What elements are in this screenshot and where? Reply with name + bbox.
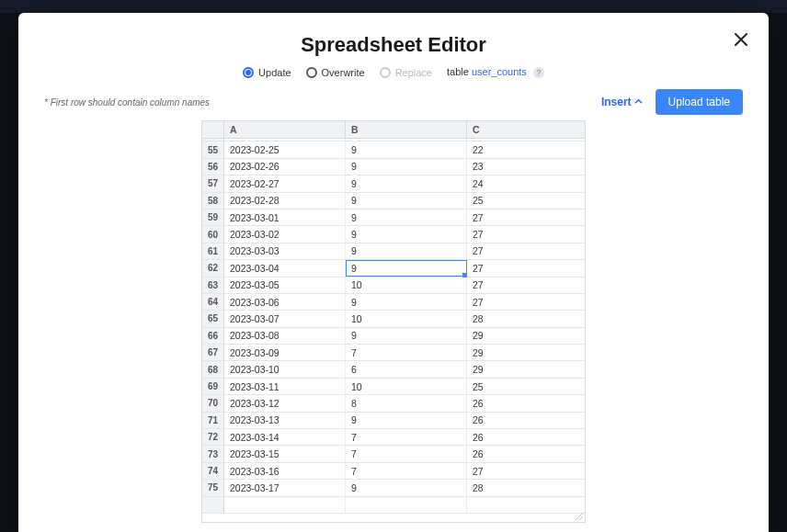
table-name-link[interactable]: user_counts <box>472 66 527 77</box>
cell[interactable]: 2023-03-01 <box>224 209 346 225</box>
column-header-a[interactable]: A <box>224 121 346 138</box>
cell[interactable]: 7 <box>346 429 467 445</box>
cell[interactable]: 9 <box>346 209 467 225</box>
cell[interactable]: 9 <box>346 294 467 310</box>
cell[interactable]: 23 <box>467 159 585 175</box>
cell[interactable]: 2023-03-17 <box>224 480 346 495</box>
cell[interactable]: 9 <box>346 243 467 259</box>
row-number[interactable]: 60 <box>202 226 224 242</box>
resize-handle[interactable] <box>574 511 583 520</box>
cell[interactable]: 26 <box>467 413 585 428</box>
cell[interactable]: 2023-03-09 <box>224 345 346 360</box>
row-number[interactable]: 58 <box>202 193 224 209</box>
row-number[interactable]: 55 <box>202 141 224 157</box>
cell[interactable]: 29 <box>467 361 585 377</box>
cell[interactable]: 22 <box>467 141 585 157</box>
cell[interactable]: 9 <box>346 141 467 157</box>
cell[interactable]: 29 <box>467 345 585 360</box>
cell[interactable]: 2023-03-06 <box>224 294 346 310</box>
cell[interactable]: 2023-03-05 <box>224 277 346 293</box>
cell[interactable]: 10 <box>346 277 467 293</box>
row-number[interactable]: 59 <box>202 209 224 225</box>
row-number[interactable]: 68 <box>202 361 224 377</box>
cell[interactable]: 25 <box>467 379 585 394</box>
cell[interactable] <box>467 497 585 513</box>
spreadsheet[interactable]: A B C 542023-02-24621552023-02-259225620… <box>201 120 586 523</box>
cell[interactable]: 2023-03-16 <box>224 463 346 479</box>
row-number[interactable]: 70 <box>202 395 224 411</box>
cell[interactable]: 9 <box>346 480 467 495</box>
cell[interactable]: 2023-03-15 <box>224 446 346 461</box>
help-icon[interactable]: ? <box>533 67 544 78</box>
cell[interactable]: 27 <box>467 463 585 479</box>
cell[interactable]: 2023-02-28 <box>224 193 346 209</box>
cell[interactable]: 2023-03-07 <box>224 311 346 326</box>
cell[interactable]: 9 <box>346 175 467 191</box>
sheet-body[interactable]: 542023-02-24621552023-02-25922562023-02-… <box>202 139 585 522</box>
cell[interactable]: 26 <box>467 429 585 445</box>
cell[interactable]: 2023-03-08 <box>224 328 346 344</box>
row-number[interactable]: 66 <box>202 328 224 344</box>
row-number[interactable]: 69 <box>202 379 224 394</box>
cell[interactable]: 27 <box>467 294 585 310</box>
cell[interactable]: 26 <box>467 395 585 411</box>
row-number[interactable]: 73 <box>202 446 224 461</box>
cell[interactable]: 2023-03-04 <box>224 260 346 276</box>
cell[interactable] <box>224 497 346 513</box>
cell[interactable]: 2023-03-13 <box>224 413 346 428</box>
cell[interactable]: 10 <box>346 311 467 326</box>
mode-radio-overwrite[interactable]: Overwrite <box>306 67 365 78</box>
cell[interactable]: 8 <box>346 395 467 411</box>
cell[interactable]: 6 <box>346 139 467 141</box>
cell[interactable]: 28 <box>467 480 585 495</box>
cell[interactable]: 26 <box>467 446 585 461</box>
cell[interactable]: 9 <box>346 260 467 276</box>
cell[interactable]: 2023-03-02 <box>224 226 346 242</box>
row-number[interactable] <box>202 497 224 513</box>
row-number[interactable]: 54 <box>202 139 224 141</box>
row-number[interactable]: 75 <box>202 480 224 495</box>
cell[interactable]: 6 <box>346 361 467 377</box>
cell[interactable]: 27 <box>467 260 585 276</box>
row-number[interactable]: 63 <box>202 277 224 293</box>
close-button[interactable] <box>730 29 752 51</box>
cell[interactable]: 25 <box>467 193 585 209</box>
row-number[interactable]: 62 <box>202 260 224 276</box>
cell[interactable]: 2023-02-27 <box>224 175 346 191</box>
row-number[interactable]: 64 <box>202 294 224 310</box>
column-header-c[interactable]: C <box>467 121 585 138</box>
row-number[interactable]: 57 <box>202 175 224 191</box>
column-header-b[interactable]: B <box>346 121 467 138</box>
cell[interactable]: 9 <box>346 328 467 344</box>
cell[interactable]: 7 <box>346 446 467 461</box>
cell[interactable]: 2023-03-03 <box>224 243 346 259</box>
cell[interactable]: 29 <box>467 328 585 344</box>
cell[interactable]: 24 <box>467 175 585 191</box>
cell[interactable]: 2023-02-24 <box>224 139 346 141</box>
cell[interactable]: 2023-03-12 <box>224 395 346 411</box>
row-number[interactable]: 61 <box>202 243 224 259</box>
row-number[interactable]: 56 <box>202 159 224 175</box>
cell[interactable]: 2023-03-14 <box>224 429 346 445</box>
cell[interactable] <box>346 497 467 513</box>
cell[interactable]: 7 <box>346 463 467 479</box>
corner-cell[interactable] <box>202 121 224 138</box>
cell[interactable]: 27 <box>467 243 585 259</box>
cell[interactable]: 7 <box>346 345 467 360</box>
mode-radio-update[interactable]: Update <box>243 67 291 78</box>
upload-table-button[interactable]: Upload table <box>656 89 743 115</box>
row-number[interactable]: 74 <box>202 463 224 479</box>
cell[interactable]: 27 <box>467 277 585 293</box>
cell[interactable]: 2023-03-11 <box>224 379 346 394</box>
row-number[interactable]: 67 <box>202 345 224 360</box>
cell[interactable]: 28 <box>467 311 585 326</box>
cell[interactable]: 2023-02-26 <box>224 159 346 175</box>
row-number[interactable]: 72 <box>202 429 224 445</box>
cell[interactable]: 9 <box>346 226 467 242</box>
cell[interactable]: 27 <box>467 209 585 225</box>
cell[interactable]: 2023-02-25 <box>224 141 346 157</box>
row-number[interactable]: 65 <box>202 311 224 326</box>
cell[interactable]: 2023-03-10 <box>224 361 346 377</box>
cell[interactable]: 10 <box>346 379 467 394</box>
cell[interactable]: 27 <box>467 226 585 242</box>
